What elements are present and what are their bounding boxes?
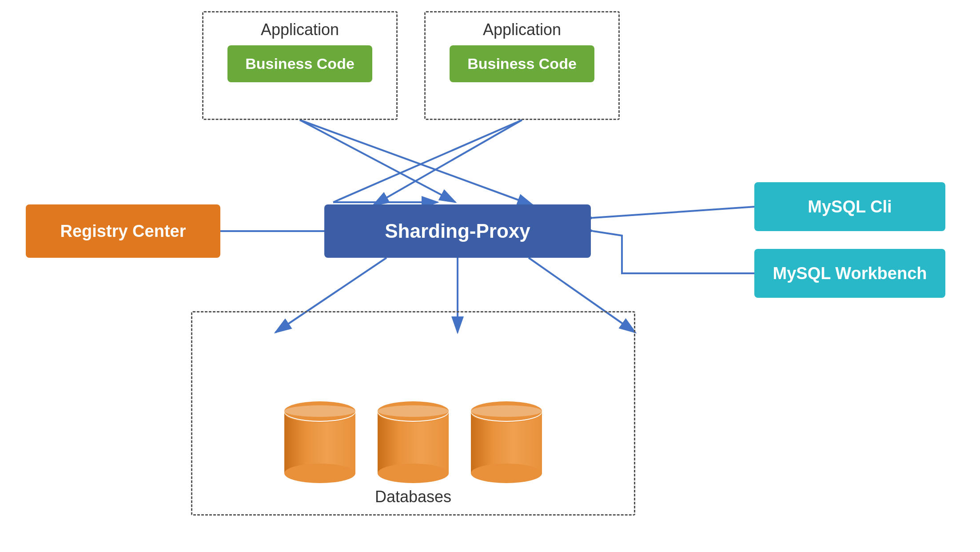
db1-stripe xyxy=(284,405,355,417)
svg-line-8 xyxy=(593,207,755,218)
registry-center-box: Registry Center xyxy=(26,204,220,258)
svg-line-6 xyxy=(373,120,522,205)
db2-stripe xyxy=(378,405,449,417)
app1-business-code: Business Code xyxy=(227,45,372,82)
db3-top xyxy=(471,401,542,421)
mysql-cli-box: MySQL Cli xyxy=(754,182,945,231)
db1-top xyxy=(284,401,355,421)
registry-center-label: Registry Center xyxy=(60,222,186,241)
sharding-proxy-box: Sharding-Proxy xyxy=(324,204,591,258)
svg-line-2 xyxy=(300,120,455,202)
db3-bottom xyxy=(471,464,542,483)
mysql-cli-label: MySQL Cli xyxy=(808,197,892,216)
application-2-box: Application Business Code xyxy=(424,11,620,120)
application-1-box: Application Business Code xyxy=(202,11,398,120)
app2-label: Application xyxy=(483,20,561,39)
db1-bottom xyxy=(284,464,355,483)
mysql-workbench-label: MySQL Workbench xyxy=(773,264,927,283)
db-cylinders xyxy=(271,392,555,483)
database-2 xyxy=(378,401,449,483)
databases-box: Databases xyxy=(191,311,635,516)
svg-line-5 xyxy=(300,120,533,205)
app2-business-code: Business Code xyxy=(450,45,594,82)
app1-label: Application xyxy=(261,20,339,39)
databases-label: Databases xyxy=(375,488,451,506)
mysql-workbench-box: MySQL Workbench xyxy=(754,249,945,298)
sharding-proxy-label: Sharding-Proxy xyxy=(385,220,530,242)
db3-stripe xyxy=(471,405,542,417)
database-3 xyxy=(471,401,542,483)
database-1 xyxy=(284,401,355,483)
db2-top xyxy=(378,401,449,421)
diagram: Application Business Code Application Bu… xyxy=(0,0,980,552)
svg-line-3 xyxy=(333,120,522,202)
db2-bottom xyxy=(378,464,449,483)
